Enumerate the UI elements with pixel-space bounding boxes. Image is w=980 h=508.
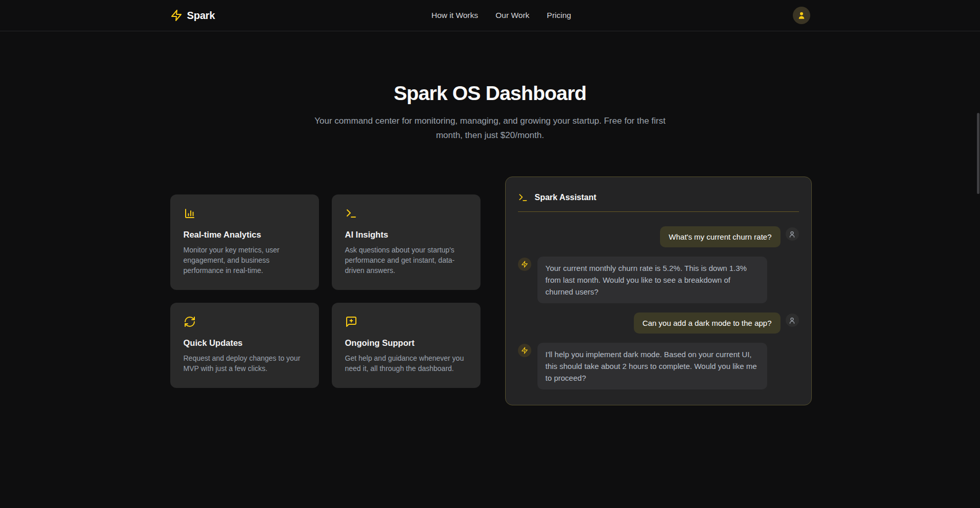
chat-title: Spark Assistant: [535, 193, 596, 202]
terminal-icon: [345, 207, 357, 220]
user-message-bubble: What's my current churn rate?: [660, 226, 780, 247]
chat-message-assistant: Your current monthly churn rate is 5.2%.…: [518, 257, 799, 303]
page-title: Spark OS Dashboard: [0, 82, 980, 105]
brand-name: Spark: [187, 10, 215, 22]
feature-description: Ask questions about your startup's perfo…: [345, 245, 467, 276]
feature-description: Request and deploy changes to your MVP w…: [184, 353, 306, 374]
spark-bolt-icon: [518, 344, 531, 357]
feature-card-quick-updates: Quick Updates Request and deploy changes…: [170, 303, 319, 388]
feature-title: Quick Updates: [184, 338, 306, 348]
user-message-bubble: Can you add a dark mode to the app?: [634, 312, 781, 334]
content-section: Real-time Analytics Monitor your key met…: [170, 177, 810, 405]
bar-chart-icon: [184, 207, 196, 220]
chat-messages: What's my current churn rate? Your curre…: [518, 226, 799, 389]
page-subtitle: Your command center for monitoring, mana…: [311, 114, 670, 143]
navbar: Spark How it WorksOur WorkPricing: [0, 0, 980, 31]
page-scrollbar-thumb[interactable]: [977, 113, 979, 194]
chat-message-user: Can you add a dark mode to the app?: [518, 312, 799, 334]
user-avatar-button[interactable]: [793, 7, 810, 24]
user-round-icon: [786, 314, 799, 327]
spark-assistant-panel: Spark Assistant What's my current churn …: [505, 177, 812, 405]
nav-link-pricing[interactable]: Pricing: [547, 11, 571, 20]
feature-card-real-time-analytics: Real-time Analytics Monitor your key met…: [170, 194, 319, 290]
user-round-icon: [786, 227, 799, 241]
chat-divider: [518, 211, 799, 212]
terminal-icon: [518, 192, 528, 203]
assistant-message-bubble: I'll help you implement dark mode. Based…: [537, 343, 767, 389]
assistant-message-bubble: Your current monthly churn rate is 5.2%.…: [537, 257, 767, 303]
feature-title: Ongoing Support: [345, 338, 467, 348]
feature-card-ai-insights: AI Insights Ask questions about your sta…: [332, 194, 481, 290]
feature-title: Real-time Analytics: [184, 230, 306, 240]
chat-message-assistant: I'll help you implement dark mode. Based…: [518, 343, 799, 389]
refresh-icon: [184, 316, 196, 328]
chat-message-user: What's my current churn rate?: [518, 226, 799, 247]
nav-link-how-it-works[interactable]: How it Works: [431, 11, 478, 20]
features-grid: Real-time Analytics Monitor your key met…: [170, 194, 481, 388]
feature-description: Monitor your key metrics, user engagemen…: [184, 245, 306, 276]
user-icon: [797, 11, 806, 20]
chat-header: Spark Assistant: [518, 189, 799, 203]
feature-title: AI Insights: [345, 230, 467, 240]
lightning-bolt-icon: [170, 9, 183, 22]
nav-link-our-work[interactable]: Our Work: [495, 11, 529, 20]
spark-bolt-icon: [518, 258, 531, 271]
brand-logo[interactable]: Spark: [170, 9, 215, 22]
hero-section: Spark OS Dashboard Your command center f…: [0, 31, 980, 143]
feature-description: Get help and guidance whenever you need …: [345, 353, 467, 374]
message-plus-icon: [345, 316, 357, 328]
nav-links: How it WorksOur WorkPricing: [431, 11, 571, 20]
feature-card-ongoing-support: Ongoing Support Get help and guidance wh…: [332, 303, 481, 388]
